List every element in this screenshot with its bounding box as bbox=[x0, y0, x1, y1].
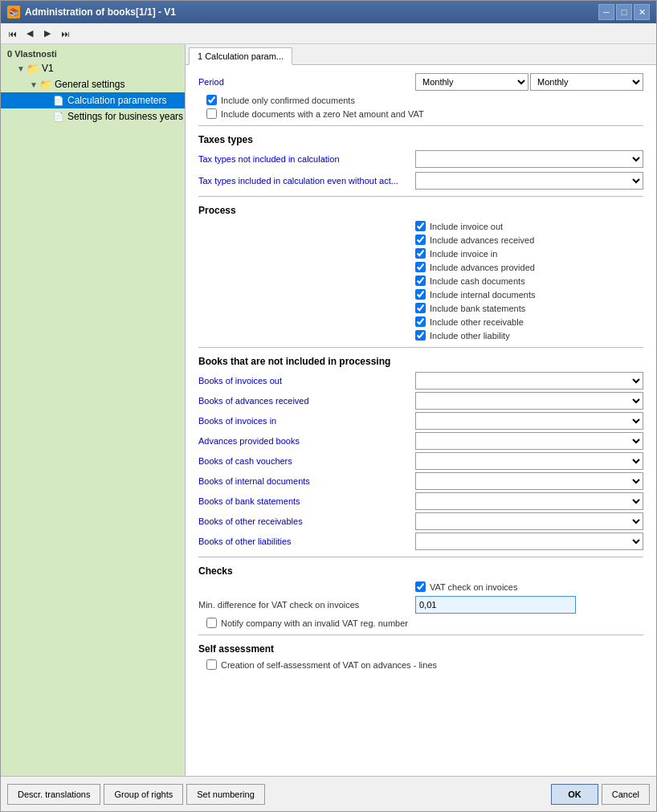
checks-checkboxes: VAT check on invoices bbox=[198, 581, 643, 592]
toolbar: ⏮ ◀ ▶ ⏭ bbox=[1, 23, 656, 44]
include-advances-received-checkbox[interactable] bbox=[415, 235, 426, 245]
include-internal-docs-checkbox[interactable] bbox=[415, 289, 426, 300]
ok-button[interactable]: OK bbox=[551, 784, 598, 805]
notify-row: Notify company with an invalid VAT reg. … bbox=[198, 618, 643, 628]
minimize-button[interactable]: ─ bbox=[598, 4, 614, 20]
books-advances-received-select[interactable] bbox=[415, 392, 643, 410]
vat-check-checkbox[interactable] bbox=[415, 581, 426, 592]
include-cash-docs-checkbox[interactable] bbox=[415, 275, 426, 286]
include-cash-docs-label: Include cash documents bbox=[430, 276, 525, 286]
sidebar-section-label: 0 Vlastnosti bbox=[1, 47, 185, 60]
period-selects: Monthly Quarterly Yearly Monthly Quarter… bbox=[415, 73, 643, 91]
books-cash-vouchers-label: Books of cash vouchers bbox=[198, 456, 415, 466]
bottom-right: OK Cancel bbox=[551, 784, 650, 805]
cancel-button[interactable]: Cancel bbox=[602, 784, 650, 805]
books-row-4: Books of cash vouchers bbox=[198, 452, 643, 470]
self-assessment-row: Creation of self-assessment of VAT on ad… bbox=[198, 659, 643, 670]
books-other-liabilities-wrapper bbox=[415, 532, 643, 550]
books-other-liabilities-label: Books of other liabilities bbox=[198, 537, 415, 546]
books-invoices-in-select[interactable] bbox=[415, 412, 643, 430]
process-item-8: Include other liability bbox=[415, 330, 643, 341]
folder-icon: 📁 bbox=[39, 78, 52, 91]
books-cash-vouchers-select[interactable] bbox=[415, 452, 643, 470]
include-zero-row: Include documents with a zero Net amount… bbox=[198, 108, 643, 119]
tree-toggle-calc bbox=[43, 96, 52, 105]
include-zero-checkbox[interactable] bbox=[206, 108, 217, 119]
include-invoice-in-checkbox[interactable] bbox=[415, 248, 426, 259]
include-other-liability-checkbox[interactable] bbox=[415, 330, 426, 341]
books-row-5: Books of internal documents bbox=[198, 472, 643, 490]
self-assessment-checkbox[interactable] bbox=[206, 659, 217, 670]
tab-calc-params[interactable]: 1 Calculation param... bbox=[189, 47, 292, 65]
tree-item-calc[interactable]: 📄 Calculation parameters bbox=[1, 92, 185, 108]
vat-check-label: VAT check on invoices bbox=[430, 582, 517, 592]
books-row-3: Advances provided books bbox=[198, 432, 643, 450]
tax-not-included-label: Tax types not included in calculation bbox=[198, 154, 415, 164]
include-advances-received-label: Include advances received bbox=[430, 235, 534, 245]
min-diff-row: Min. difference for VAT check on invoice… bbox=[198, 596, 643, 614]
books-advances-provided-select[interactable] bbox=[415, 432, 643, 450]
include-other-receivable-label: Include other receivable bbox=[430, 317, 524, 327]
include-invoice-in-label: Include invoice in bbox=[430, 249, 497, 259]
period-select2[interactable]: Monthly Quarterly Yearly bbox=[530, 73, 643, 91]
books-other-receivables-select[interactable] bbox=[415, 512, 643, 530]
close-button[interactable]: ✕ bbox=[634, 4, 650, 20]
tree-label-settings: Settings for business years bbox=[67, 111, 183, 122]
tree-item-settings[interactable]: 📄 Settings for business years bbox=[1, 108, 185, 124]
tree-toggle-v1[interactable]: ▼ bbox=[17, 64, 27, 73]
tree-item-general[interactable]: ▼ 📁 General settings bbox=[1, 76, 185, 92]
include-advances-provided-checkbox[interactable] bbox=[415, 262, 426, 272]
min-diff-input[interactable] bbox=[415, 596, 576, 614]
right-panel: 1 Calculation param... Period Monthly Qu… bbox=[186, 44, 656, 776]
books-row-8: Books of other liabilities bbox=[198, 532, 643, 550]
include-bank-statements-label: Include bank statements bbox=[430, 304, 525, 313]
books-invoices-out-wrapper bbox=[415, 372, 643, 390]
maximize-button[interactable]: □ bbox=[616, 4, 632, 20]
tax-included-select[interactable] bbox=[415, 172, 643, 190]
bottom-bar: Descr. translations Group of rights Set … bbox=[1, 776, 656, 811]
books-internal-docs-label: Books of internal documents bbox=[198, 476, 415, 486]
books-advances-received-wrapper bbox=[415, 392, 643, 410]
bottom-left: Descr. translations Group of rights Set … bbox=[7, 784, 265, 805]
prev-button[interactable]: ◀ bbox=[22, 26, 38, 42]
books-bank-statements-label: Books of bank statements bbox=[198, 496, 415, 506]
separator4 bbox=[198, 557, 643, 557]
window-title: Administration of books[1/1] - V1 bbox=[25, 6, 176, 18]
set-numbering-button[interactable]: Set numbering bbox=[186, 784, 265, 805]
include-bank-statements-checkbox[interactable] bbox=[415, 303, 426, 313]
include-confirmed-checkbox[interactable] bbox=[206, 95, 217, 105]
last-button[interactable]: ⏭ bbox=[57, 26, 73, 42]
tree-toggle-settings bbox=[43, 112, 52, 121]
books-row-6: Books of bank statements bbox=[198, 492, 643, 510]
books-cash-vouchers-wrapper bbox=[415, 452, 643, 470]
process-section-title: Process bbox=[198, 205, 643, 216]
notify-checkbox[interactable] bbox=[206, 618, 217, 628]
content-area: Period Monthly Quarterly Yearly Monthly bbox=[186, 65, 656, 776]
first-button[interactable]: ⏮ bbox=[4, 26, 20, 42]
books-other-receivables-wrapper bbox=[415, 512, 643, 530]
group-of-rights-button[interactable]: Group of rights bbox=[104, 784, 183, 805]
include-other-receivable-checkbox[interactable] bbox=[415, 316, 426, 327]
books-invoices-out-select[interactable] bbox=[415, 372, 643, 390]
sidebar: 0 Vlastnosti ▼ 📁 V1 ▼ 📁 General settings bbox=[1, 44, 186, 776]
tree-toggle-general[interactable]: ▼ bbox=[30, 80, 39, 89]
books-other-liabilities-select[interactable] bbox=[415, 532, 643, 550]
tree-item-v1[interactable]: ▼ 📁 V1 bbox=[1, 60, 185, 76]
books-bank-statements-select[interactable] bbox=[415, 492, 643, 510]
taxes-section-title: Taxes types bbox=[198, 134, 643, 145]
process-item-2: Include invoice in bbox=[415, 248, 643, 259]
include-invoice-out-checkbox[interactable] bbox=[415, 221, 426, 231]
main-content: 0 Vlastnosti ▼ 📁 V1 ▼ 📁 General settings bbox=[1, 44, 656, 776]
period-select1[interactable]: Monthly Quarterly Yearly bbox=[415, 73, 528, 91]
vat-check-row: VAT check on invoices bbox=[415, 581, 643, 592]
tax-not-included-select[interactable] bbox=[415, 150, 643, 168]
tree-label-v1: V1 bbox=[42, 63, 54, 74]
next-button[interactable]: ▶ bbox=[39, 26, 55, 42]
descr-translations-button[interactable]: Descr. translations bbox=[7, 784, 100, 805]
process-item-6: Include bank statements bbox=[415, 303, 643, 313]
process-checkboxes: Include invoice out Include advances rec… bbox=[198, 221, 643, 341]
books-internal-docs-select[interactable] bbox=[415, 472, 643, 490]
include-invoice-out-label: Include invoice out bbox=[430, 222, 503, 231]
separator3 bbox=[198, 347, 643, 348]
books-row-2: Books of invoices in bbox=[198, 412, 643, 430]
